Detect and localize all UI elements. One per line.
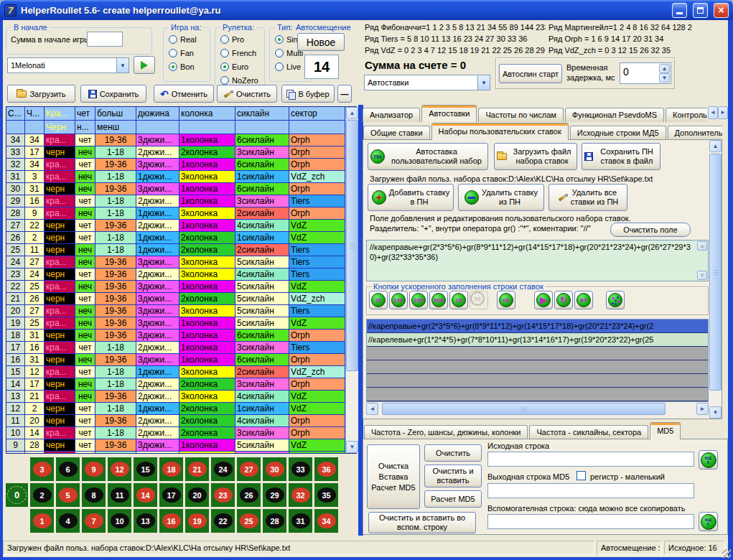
radio-icon[interactable] xyxy=(275,49,284,57)
column-header[interactable]: колонка xyxy=(179,107,235,121)
radio-type-live[interactable]: Live xyxy=(275,62,301,71)
board-number-12[interactable]: 12 xyxy=(108,457,131,481)
column-header[interactable]: н... xyxy=(75,121,95,134)
toolbar-button-3[interactable]: Очистить xyxy=(217,85,277,103)
coin-button-50€[interactable]: 50€ xyxy=(429,291,448,309)
column-header[interactable]: Черн xyxy=(45,121,75,134)
coin-button-10€[interactable]: 10€ xyxy=(389,291,408,309)
md5-run-button[interactable]: МД5 xyxy=(699,450,718,470)
clear-paste-aux-button[interactable]: Очистить и вставить во вспом. строку xyxy=(368,512,476,533)
subtab-1[interactable]: Наборы пользовательских ставок xyxy=(431,123,569,140)
action-button-refresh-icon[interactable]: ↻ xyxy=(554,291,573,309)
column-header[interactable]: Кра... xyxy=(45,107,75,121)
aux-string-input[interactable] xyxy=(487,514,694,529)
board-number-10[interactable]: 10 xyxy=(108,509,131,533)
board-number-13[interactable]: 13 xyxy=(134,509,157,533)
action-button-play-icon[interactable]: ▶ xyxy=(534,291,553,309)
board-number-24[interactable]: 24 xyxy=(211,457,235,481)
coin-button-1$[interactable]: 1$ xyxy=(449,291,468,309)
column-header[interactable]: чет xyxy=(75,107,95,121)
column-header[interactable] xyxy=(289,121,345,134)
panel-button-top-0[interactable]: ПНАвтоставка пользовательский набор xyxy=(368,143,488,170)
md5-clear-and-paste-button[interactable]: Очистить и вставить xyxy=(424,465,482,487)
list-hscrollbar[interactable]: ◄ ► xyxy=(366,403,709,415)
tab-3[interactable]: Функционал PsevdoMS xyxy=(565,108,664,122)
board-number-27[interactable]: 27 xyxy=(237,457,261,481)
board-number-3[interactable]: 3 xyxy=(30,457,54,481)
preset-combobox[interactable]: 1Melonati ▼ xyxy=(7,57,129,73)
md5-run-aux-button[interactable]: МД5 xyxy=(699,512,718,531)
radio-game-fan[interactable]: Fan xyxy=(169,49,194,57)
table-scrollbar[interactable]: ▲ ▼ xyxy=(346,107,358,453)
radio-icon[interactable] xyxy=(220,76,229,85)
board-number-15[interactable]: 15 xyxy=(134,457,157,481)
radio-wheel-euro[interactable]: Euro xyxy=(220,62,248,71)
bets-listbox[interactable]: //кареправые+gr(2*3*5*6)+gr(8*9*11*12)+g… xyxy=(366,319,709,402)
board-number-8[interactable]: 8 xyxy=(82,483,106,507)
maximize-button[interactable] xyxy=(693,3,708,18)
scroll-down-icon[interactable]: ▼ xyxy=(346,441,358,453)
radio-wheel-french[interactable]: French xyxy=(220,49,256,57)
radio-icon[interactable] xyxy=(220,62,229,71)
spin-down-button[interactable]: ▼ xyxy=(659,73,670,83)
resize-grip[interactable] xyxy=(722,549,731,558)
clear-field-button[interactable]: Очистить поле xyxy=(610,223,691,237)
lowercase-checkbox[interactable] xyxy=(576,471,586,480)
board-number-16[interactable]: 16 xyxy=(159,509,183,533)
start-sum-input[interactable] xyxy=(87,32,123,47)
edit-scroll-up-icon[interactable]: ▲ xyxy=(697,241,707,251)
panel-button-mid-1[interactable]: Удалить ставку из ПН xyxy=(458,184,544,211)
radio-icon[interactable] xyxy=(275,35,284,44)
column-header[interactable]: менш xyxy=(95,121,136,134)
board-number-26[interactable]: 26 xyxy=(237,483,261,507)
table-scrollbar-thumb[interactable] xyxy=(346,120,358,371)
board-number-25[interactable]: 25 xyxy=(237,509,261,533)
coin-button-0$[interactable]: 0$ xyxy=(497,291,515,309)
md5-clear-paste-calc-button[interactable]: Очистка Вставка Расчет MD5 xyxy=(367,444,420,509)
md5-calc-button[interactable]: Расчет MD5 xyxy=(424,490,482,508)
board-number-30[interactable]: 30 xyxy=(263,457,286,481)
board-number-20[interactable]: 20 xyxy=(185,483,209,507)
autoshift-new-button[interactable]: Новое xyxy=(297,33,345,51)
bottom-tab-2[interactable]: MD5 xyxy=(650,422,681,439)
board-number-11[interactable]: 11 xyxy=(108,483,131,507)
board-number-6[interactable]: 6 xyxy=(56,457,80,481)
output-string-input[interactable] xyxy=(487,483,694,498)
radio-icon[interactable] xyxy=(169,35,177,44)
tab-0[interactable]: Анализатор xyxy=(363,108,420,122)
action-button-return-arrow-icon[interactable]: ↩ xyxy=(574,291,593,309)
radio-icon[interactable] xyxy=(169,62,177,71)
column-header[interactable] xyxy=(179,121,235,134)
chevron-down-icon[interactable]: ▼ xyxy=(116,58,129,73)
scroll-down-icon[interactable]: ▼ xyxy=(709,406,722,419)
tab-2[interactable]: Частоты по числам xyxy=(478,108,563,122)
md5-clear-button[interactable]: Очистить xyxy=(424,444,482,462)
panel-vscrollbar-thumb[interactable] xyxy=(709,154,722,391)
scroll-up-icon[interactable]: ▲ xyxy=(346,107,358,119)
tab-1[interactable]: Автоставки xyxy=(421,105,477,122)
board-number-7[interactable]: 7 xyxy=(82,509,106,533)
subtab-3[interactable]: Дополнитель xyxy=(668,126,723,140)
board-number-14[interactable]: 14 xyxy=(134,483,157,507)
board-number-34[interactable]: 34 xyxy=(314,509,338,533)
coin-button-25€[interactable]: 25€ xyxy=(409,291,428,309)
radio-icon[interactable] xyxy=(220,49,229,57)
close-button[interactable]: × xyxy=(714,3,729,18)
board-number-35[interactable]: 35 xyxy=(314,483,338,507)
toolbar-button-2[interactable]: ↶Отменить xyxy=(154,85,214,103)
run-preset-button[interactable] xyxy=(134,56,155,74)
radio-wheel-pro[interactable]: Pro xyxy=(220,35,244,44)
board-number-9[interactable]: 9 xyxy=(82,457,106,481)
panel-button-top-2[interactable]: Сохранить ПН ставок в файл xyxy=(582,143,660,170)
tab-scroll-left-icon[interactable]: ◄ xyxy=(708,106,718,119)
bets-edit-field[interactable]: //кареправые+gr(2*3*5*6)+gr(8*9*11*12)+g… xyxy=(366,240,709,281)
autospin-start-button[interactable]: Автоспин старт xyxy=(499,64,562,83)
edit-scroll-down-icon[interactable]: ▼ xyxy=(697,271,707,280)
list-item[interactable]: //карелевые+gr(1*2*4*5)+gr(7*8*10*11)+gr… xyxy=(367,333,708,347)
panel-button-mid-0[interactable]: +Добавить ставку в ПН xyxy=(368,184,454,211)
panel-button-top-1[interactable]: Загрузить файл набора ставок xyxy=(494,143,577,170)
scroll-right-icon[interactable]: ► xyxy=(696,403,709,415)
delay-spinner[interactable]: 0 ▲ ▼ xyxy=(620,62,671,84)
panel-button-mid-2[interactable]: Удалить все ставки из ПН xyxy=(548,184,627,211)
board-number-32[interactable]: 32 xyxy=(289,483,312,507)
